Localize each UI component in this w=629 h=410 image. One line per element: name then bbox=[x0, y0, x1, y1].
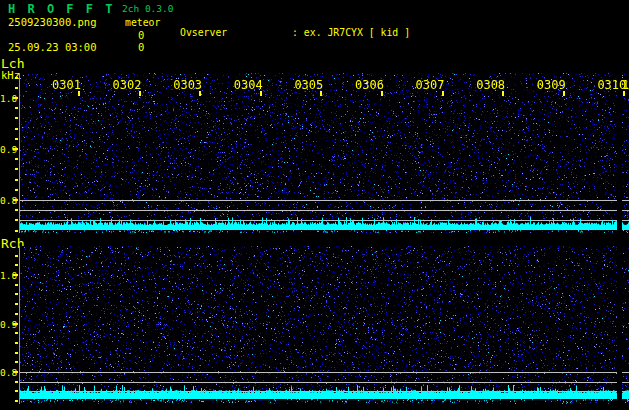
x-tick-label: 0303 bbox=[173, 79, 202, 91]
x-tick-label: 0307 bbox=[416, 79, 445, 91]
mode-label: meteor bbox=[125, 17, 160, 28]
y-axis-line bbox=[19, 73, 20, 233]
x-tick bbox=[139, 91, 141, 96]
y-tick-minor bbox=[15, 332, 18, 334]
y-tick-major bbox=[13, 97, 18, 99]
y-tick-major bbox=[13, 323, 18, 325]
y-tick-minor bbox=[15, 179, 18, 181]
y-tick-minor bbox=[15, 381, 18, 383]
y-tick-minor bbox=[15, 361, 18, 363]
x-tick-label: 0304 bbox=[234, 79, 263, 91]
y-tick-minor bbox=[15, 390, 18, 392]
y-tick-minor bbox=[15, 219, 18, 221]
info-observer: Ovserver : ex. JR7CYX [ kid ] bbox=[180, 27, 629, 39]
x-tick bbox=[199, 91, 201, 96]
x-tick-label: 0306 bbox=[355, 79, 384, 91]
y-tick-minor bbox=[15, 158, 18, 160]
x-tick bbox=[502, 91, 504, 96]
x-tick bbox=[78, 91, 80, 96]
app-title: H R O F F T bbox=[8, 2, 115, 16]
meteor-count-rch: 0 bbox=[138, 41, 144, 53]
y-tick-minor bbox=[15, 87, 18, 89]
y-tick-minor bbox=[15, 342, 18, 344]
y-tick-minor bbox=[15, 255, 18, 257]
y-tick-major bbox=[13, 371, 18, 373]
x-tick bbox=[563, 91, 565, 96]
x-tick bbox=[381, 91, 383, 96]
meteor-count-lch: 0 bbox=[138, 29, 144, 41]
x-tick-label: 0302 bbox=[113, 79, 142, 91]
y-tick-minor bbox=[15, 77, 18, 79]
datetime-label: 25.09.23 03:00 bbox=[8, 41, 97, 53]
y-tick-minor bbox=[15, 138, 18, 140]
y-tick-minor bbox=[15, 352, 18, 354]
y-axis-unit-label: kHz bbox=[1, 69, 20, 81]
y-tick-minor bbox=[15, 303, 18, 305]
y-tick-minor bbox=[15, 400, 18, 402]
y-tick-major bbox=[13, 148, 18, 150]
y-tick-minor bbox=[15, 189, 18, 191]
y-tick-minor bbox=[15, 128, 18, 130]
y-tick-minor bbox=[15, 264, 18, 266]
y-tick-minor bbox=[15, 313, 18, 315]
y-tick-minor bbox=[15, 107, 18, 109]
rch-spectrogram bbox=[20, 246, 629, 404]
x-tick-label: 0305 bbox=[294, 79, 323, 91]
y-tick-minor bbox=[15, 209, 18, 211]
y-tick-minor bbox=[15, 230, 18, 232]
y-tick-minor bbox=[15, 117, 18, 119]
hrofft-screen: H R O F F T 2ch 0.3.0 2509230300.png met… bbox=[0, 0, 629, 410]
y-tick-minor bbox=[15, 293, 18, 295]
y-tick-major bbox=[13, 199, 18, 201]
app-version: 2ch 0.3.0 bbox=[122, 3, 173, 14]
x-tick-label: 0308 bbox=[476, 79, 505, 91]
output-filename: 2509230300.png bbox=[8, 16, 97, 28]
y-tick-minor bbox=[15, 168, 18, 170]
y-axis-line bbox=[19, 246, 20, 404]
x-tick bbox=[260, 91, 262, 96]
y-tick-minor bbox=[15, 284, 18, 286]
station-info-block: Ovserver : ex. JR7CYX [ kid ] Receiving … bbox=[180, 2, 629, 54]
x-tick-label: 0309 bbox=[537, 79, 566, 91]
x-tick bbox=[442, 91, 444, 96]
x-tick bbox=[320, 91, 322, 96]
lch-spectrogram bbox=[20, 73, 629, 233]
x-tick-label-clipped: 1 bbox=[622, 79, 629, 91]
x-tick-label: 0301 bbox=[52, 79, 81, 91]
y-tick-major bbox=[13, 274, 18, 276]
